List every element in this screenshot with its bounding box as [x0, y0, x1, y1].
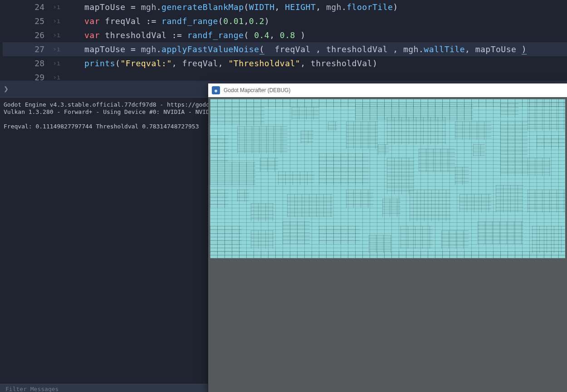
code-line[interactable]: 28 ›ı prints("Freqval:", freqVal, "Thres… — [0, 56, 567, 70]
game-titlebar[interactable]: ◉ Godot Mapcrafter (DEBUG) — [208, 83, 567, 97]
line-number: 28 — [0, 56, 50, 70]
code-content[interactable]: mapToUse = mgh.generateBlankMap(WIDTH, H… — [64, 0, 567, 14]
editor-left-edge — [0, 0, 3, 78]
code-line[interactable]: 26 ›ı var thresholdVal := randf_range( 0… — [0, 28, 567, 42]
code-editor[interactable]: 24 ›ı mapToUse = mgh.generateBlankMap(WI… — [0, 0, 567, 78]
godot-app-icon: ◉ — [212, 86, 220, 94]
fold-icon[interactable]: ›ı — [50, 0, 64, 14]
code-line[interactable]: 24 ›ı mapToUse = mgh.generateBlankMap(WI… — [0, 0, 567, 14]
code-line[interactable]: 25 ›ı var freqVal := randf_range(0.01,0.… — [0, 14, 567, 28]
code-content[interactable]: prints("Freqval:", freqVal, "Thresholdva… — [64, 56, 567, 70]
game-viewport — [208, 97, 567, 392]
line-number: 25 — [0, 14, 50, 28]
fold-icon[interactable]: ›ı — [50, 28, 64, 42]
line-number: 26 — [0, 28, 50, 42]
game-window[interactable]: ◉ Godot Mapcrafter (DEBUG) — [208, 83, 567, 392]
console-line: Godot Engine v4.3.stable.official.77dcf9… — [4, 101, 204, 108]
fold-icon[interactable]: ›ı — [50, 14, 64, 28]
console-line: Freqval: 0.11149827797744 Thresholdval 0… — [4, 123, 204, 130]
game-window-title: Godot Mapcrafter (DEBUG) — [224, 87, 290, 93]
line-number: 24 — [0, 0, 50, 14]
output-console[interactable]: Godot Engine v4.3.stable.official.77dcf9… — [0, 97, 208, 385]
filter-bar — [0, 384, 208, 392]
code-content[interactable]: var thresholdVal := randf_range( 0.4, 0.… — [64, 28, 567, 42]
code-line-active[interactable]: 27 ›ı mapToUse = mgh.applyFastValueNoise… — [0, 42, 567, 56]
console-line: Vulkan 1.3.280 - Forward+ - Using Device… — [4, 108, 204, 116]
fold-icon[interactable]: ›ı — [50, 56, 64, 70]
generated-map-canvas — [210, 99, 565, 258]
fold-icon[interactable]: ›ı — [50, 42, 64, 56]
console-line — [4, 116, 204, 123]
code-content[interactable]: mapToUse = mgh.applyFastValueNoise( freq… — [64, 42, 567, 56]
line-number: 27 — [0, 42, 50, 56]
filter-messages-input[interactable] — [0, 385, 208, 392]
code-content[interactable]: var freqVal := randf_range(0.01,0.2) — [64, 14, 567, 28]
